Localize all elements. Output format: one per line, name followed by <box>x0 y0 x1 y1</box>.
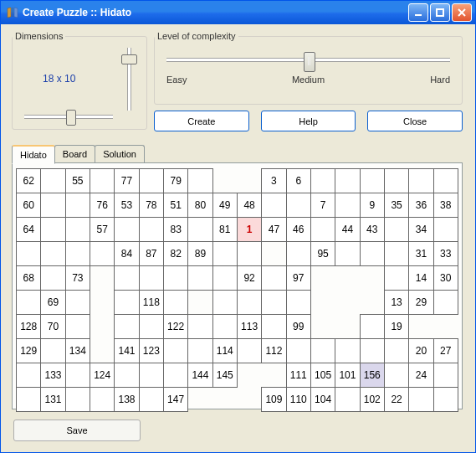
grid-cell[interactable] <box>188 218 212 242</box>
grid-cell[interactable] <box>286 242 310 266</box>
grid-cell[interactable]: 22 <box>384 388 408 412</box>
grid-cell[interactable]: 113 <box>237 315 261 339</box>
grid-cell[interactable]: 57 <box>90 218 114 242</box>
grid-cell[interactable]: 111 <box>286 363 310 388</box>
grid-cell[interactable]: 112 <box>262 339 286 363</box>
grid-cell[interactable] <box>115 218 139 242</box>
grid-cell[interactable] <box>41 339 65 363</box>
grid-cell[interactable]: 122 <box>163 315 187 339</box>
grid-cell[interactable] <box>409 388 433 412</box>
grid-cell[interactable]: 3 <box>262 169 286 193</box>
minimize-button[interactable] <box>408 3 428 22</box>
grid-cell[interactable] <box>188 339 212 363</box>
grid-cell[interactable] <box>384 218 408 242</box>
grid-cell[interactable] <box>335 169 360 193</box>
grid-cell[interactable] <box>237 242 261 266</box>
grid-cell[interactable] <box>41 218 65 242</box>
grid-cell[interactable] <box>286 339 310 363</box>
grid-cell[interactable]: 124 <box>90 363 114 388</box>
grid-cell[interactable]: 145 <box>212 363 237 388</box>
grid-cell[interactable]: 109 <box>262 388 286 412</box>
grid-cell[interactable] <box>139 169 163 193</box>
grid-cell[interactable] <box>65 193 90 218</box>
grid-cell[interactable] <box>212 291 237 315</box>
grid-cell[interactable] <box>237 291 261 315</box>
grid-cell[interactable]: 131 <box>41 388 65 412</box>
grid-cell[interactable] <box>262 266 286 291</box>
grid-cell[interactable]: 51 <box>163 193 187 218</box>
grid-cell[interactable]: 92 <box>237 266 261 291</box>
grid-cell[interactable]: 84 <box>115 242 139 266</box>
grid-cell[interactable] <box>188 315 212 339</box>
grid-cell[interactable] <box>409 169 433 193</box>
grid-cell[interactable] <box>212 315 237 339</box>
grid-cell[interactable] <box>335 193 360 218</box>
grid-cell[interactable] <box>115 363 139 388</box>
grid-cell[interactable] <box>433 291 458 315</box>
close-button[interactable]: Close <box>367 111 463 131</box>
grid-cell[interactable] <box>433 218 458 242</box>
grid-cell[interactable]: 89 <box>188 242 212 266</box>
grid-cell[interactable] <box>384 169 408 193</box>
maximize-button[interactable] <box>430 3 450 22</box>
grid-cell[interactable] <box>139 363 163 388</box>
grid-cell[interactable] <box>262 315 286 339</box>
tab-hidato[interactable]: Hidato <box>12 145 55 164</box>
grid-cell[interactable]: 1 <box>237 218 261 242</box>
grid-cell[interactable] <box>90 242 114 266</box>
grid-cell[interactable]: 105 <box>310 363 335 388</box>
grid-cell[interactable]: 129 <box>17 339 41 363</box>
grid-cell[interactable]: 104 <box>310 388 335 412</box>
grid-cell[interactable] <box>41 242 65 266</box>
grid-cell[interactable]: 9 <box>360 193 384 218</box>
grid-cell[interactable]: 123 <box>139 339 163 363</box>
help-button[interactable]: Help <box>261 111 356 131</box>
grid-cell[interactable]: 38 <box>433 193 458 218</box>
grid-cell[interactable]: 73 <box>65 266 90 291</box>
grid-cell[interactable]: 114 <box>212 339 237 363</box>
grid-cell[interactable] <box>360 339 384 363</box>
grid-cell[interactable] <box>310 218 335 242</box>
grid-cell[interactable]: 118 <box>139 291 163 315</box>
grid-cell[interactable] <box>139 315 163 339</box>
grid-cell[interactable]: 24 <box>409 363 433 388</box>
grid-cell[interactable]: 134 <box>65 339 90 363</box>
grid-cell[interactable]: 19 <box>384 315 408 339</box>
grid-cell[interactable]: 55 <box>65 169 90 193</box>
grid-cell[interactable]: 79 <box>163 169 187 193</box>
grid-cell[interactable]: 141 <box>115 339 139 363</box>
grid-cell[interactable]: 68 <box>17 266 41 291</box>
grid-cell[interactable]: 14 <box>409 266 433 291</box>
grid-cell[interactable] <box>17 291 41 315</box>
grid-cell[interactable] <box>65 315 90 339</box>
grid-cell[interactable] <box>262 291 286 315</box>
grid-cell[interactable]: 99 <box>286 315 310 339</box>
grid-cell[interactable]: 62 <box>17 169 41 193</box>
grid-cell[interactable]: 30 <box>433 266 458 291</box>
grid-cell[interactable] <box>163 266 187 291</box>
grid-cell[interactable]: 87 <box>139 242 163 266</box>
grid-cell[interactable]: 77 <box>115 169 139 193</box>
tab-board[interactable]: Board <box>54 145 95 163</box>
grid-cell[interactable] <box>335 242 360 266</box>
grid-cell[interactable]: 81 <box>212 218 237 242</box>
grid-cell[interactable]: 128 <box>17 315 41 339</box>
grid-cell[interactable] <box>188 266 212 291</box>
grid-cell[interactable]: 35 <box>384 193 408 218</box>
grid-cell[interactable]: 147 <box>163 388 187 412</box>
grid-cell[interactable] <box>41 266 65 291</box>
grid-cell[interactable] <box>17 242 41 266</box>
grid-cell[interactable]: 70 <box>41 315 65 339</box>
grid-cell[interactable] <box>384 242 408 266</box>
grid-cell[interactable] <box>65 291 90 315</box>
save-button[interactable]: Save <box>13 420 141 441</box>
grid-cell[interactable]: 31 <box>409 242 433 266</box>
grid-cell[interactable]: 43 <box>360 218 384 242</box>
grid-cell[interactable] <box>286 193 310 218</box>
grid-cell[interactable] <box>212 266 237 291</box>
grid-cell[interactable]: 95 <box>310 242 335 266</box>
grid-cell[interactable]: 69 <box>41 291 65 315</box>
grid-cell[interactable]: 34 <box>409 218 433 242</box>
grid-cell[interactable] <box>65 363 90 388</box>
grid-cell[interactable]: 53 <box>115 193 139 218</box>
